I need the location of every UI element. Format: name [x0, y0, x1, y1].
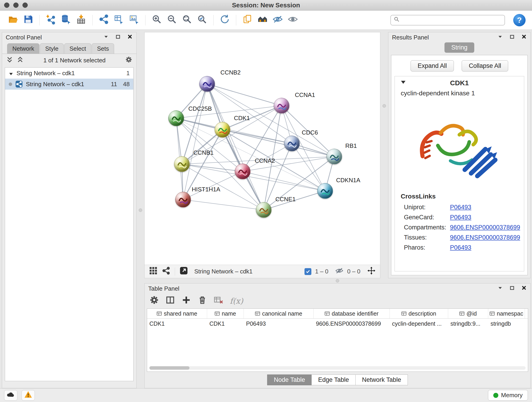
collapse-all-networks-icon[interactable] [6, 56, 13, 65]
collection-expand-icon[interactable] [9, 71, 13, 75]
table-settings-gear-icon[interactable] [150, 295, 159, 306]
network-node-cdk1[interactable] [215, 122, 230, 138]
tab-network[interactable]: Network [7, 43, 39, 54]
export-image-button[interactable] [127, 13, 141, 27]
collection-name: String Network – cdk1 [17, 70, 75, 77]
float-panel-icon[interactable] [115, 34, 121, 41]
hide-selected-button[interactable] [271, 13, 284, 27]
network-row[interactable]: String Network – cdk1 11 48 [5, 79, 133, 89]
maximize-window-button[interactable] [22, 2, 28, 8]
column-header--id[interactable]: @id [448, 309, 488, 318]
network-canvas[interactable]: CCNB2CCNA1CDC25BCDK1CDC6RB1CCNB1CCNA2CDK… [145, 32, 380, 265]
show-columns-icon[interactable] [166, 295, 175, 306]
left-splitter[interactable] [137, 32, 144, 388]
column-header-namespac[interactable]: namespac [488, 309, 525, 318]
search-input[interactable] [402, 17, 502, 24]
network-node-ccnb1[interactable] [174, 156, 190, 172]
import-table-button[interactable] [75, 13, 88, 27]
crosslink-link[interactable]: P06493 [450, 204, 471, 211]
zoom-fit-button[interactable] [180, 13, 194, 27]
clone-network-button[interactable] [97, 13, 110, 27]
panel-menu-icon[interactable] [103, 34, 109, 41]
function-builder-button[interactable]: f(x) [230, 296, 243, 306]
expand-all-button[interactable]: Expand All [411, 60, 454, 71]
copy-annotation-button[interactable] [241, 13, 254, 27]
network-node-hist1h1a[interactable] [175, 192, 191, 207]
grid-view-icon[interactable] [149, 267, 157, 276]
network-node-cdkn1a[interactable] [317, 183, 333, 199]
hidden-eye-slash-icon[interactable] [335, 267, 343, 276]
network-node-rb1[interactable] [326, 149, 342, 164]
zoom-out-button[interactable] [165, 13, 178, 27]
memory-button[interactable]: Memory [488, 390, 528, 401]
pan-crosshair-icon[interactable] [367, 267, 375, 276]
network-share-view-icon[interactable] [162, 267, 170, 276]
first-neighbors-button[interactable] [256, 13, 269, 27]
bottom-splitter[interactable] [144, 278, 531, 283]
column-header-description[interactable]: description [390, 309, 448, 318]
network-node-ccnb2[interactable] [199, 76, 215, 92]
tab-style[interactable]: Style [40, 43, 64, 54]
network-node-ccna1[interactable] [274, 98, 289, 114]
show-all-button[interactable] [286, 13, 299, 27]
network-options-gear-icon[interactable] [125, 56, 132, 65]
column-header-name[interactable]: name [207, 309, 244, 318]
zoom-selected-button[interactable] [196, 13, 209, 27]
table-row[interactable]: CDK1CDK1P064939606.ENSP00000378699cyclin… [147, 319, 528, 328]
apply-layout-button[interactable] [218, 13, 231, 27]
zoom-in-button[interactable] [150, 13, 163, 27]
close-panel-icon[interactable] [521, 285, 527, 292]
float-panel-icon[interactable] [509, 34, 515, 41]
column-header-shared-name[interactable]: shared name [147, 309, 207, 318]
crosslinks-title: CrossLinks [401, 193, 518, 200]
network-node-ccne1[interactable] [256, 202, 272, 218]
close-window-button[interactable] [4, 2, 9, 8]
column-header-database-identifier[interactable]: database identifier [314, 309, 390, 318]
float-panel-icon[interactable] [509, 285, 515, 292]
network-node-ccna2[interactable] [235, 164, 250, 179]
table-horizontal-scrollbar[interactable] [149, 366, 526, 370]
network-node-cdc25b[interactable] [168, 110, 184, 126]
export-network-button[interactable] [112, 13, 126, 27]
tab-edge-table[interactable]: Edge Table [312, 375, 355, 385]
column-header-canonical-name[interactable]: canonical name [244, 309, 314, 318]
open-session-button[interactable] [6, 13, 20, 27]
close-panel-icon[interactable] [127, 34, 133, 41]
add-column-icon[interactable] [182, 295, 191, 306]
import-network-database-button[interactable] [59, 13, 73, 27]
help-button[interactable]: ? [513, 14, 526, 26]
panel-menu-icon[interactable] [497, 285, 503, 292]
delete-column-trash-icon[interactable] [198, 295, 207, 306]
collapse-all-button[interactable]: Collapse All [462, 60, 508, 71]
minimize-window-button[interactable] [13, 2, 19, 8]
network-collection-row[interactable]: String Network – cdk1 1 [5, 68, 133, 79]
tab-network-table[interactable]: Network Table [355, 375, 408, 385]
open-in-window-icon[interactable] [180, 267, 188, 276]
tab-node-table[interactable]: Node Table [267, 375, 312, 385]
cloud-button[interactable] [4, 390, 17, 401]
delete-table-icon[interactable] [214, 295, 223, 306]
crosslink-row: Tissues:9606.ENSP00000378699 [401, 234, 518, 241]
crosslink-link[interactable]: P06493 [450, 244, 471, 251]
tab-string[interactable]: String [444, 42, 475, 53]
protein-collapse-icon[interactable] [400, 79, 406, 87]
save-session-button[interactable] [22, 13, 35, 27]
crosslink-label: Tissues: [401, 234, 450, 241]
warnings-button[interactable] [22, 390, 35, 401]
expand-all-networks-icon[interactable] [17, 56, 24, 65]
import-network-file-button[interactable] [44, 13, 57, 27]
network-node-cdc6[interactable] [284, 136, 300, 151]
scrollbar-thumb[interactable] [149, 366, 190, 370]
crosslink-link[interactable]: P06493 [450, 214, 471, 221]
tab-sets[interactable]: Sets [92, 43, 114, 54]
close-panel-icon[interactable] [521, 34, 527, 41]
panel-menu-icon[interactable] [497, 34, 503, 41]
node-label-hist1h1a: HIST1H1A [192, 186, 220, 193]
crosslink-link[interactable]: 9606.ENSP00000378699 [450, 224, 520, 231]
right-splitter[interactable] [380, 32, 388, 278]
node-label-cdc6: CDC6 [302, 129, 318, 136]
selected-nodes-checkbox[interactable] [304, 268, 311, 275]
tab-select[interactable]: Select [64, 43, 91, 54]
table-body: CDK1CDK1P064939606.ENSP00000378699cyclin… [147, 319, 528, 328]
crosslink-link[interactable]: 9606.ENSP00000378699 [450, 234, 520, 241]
